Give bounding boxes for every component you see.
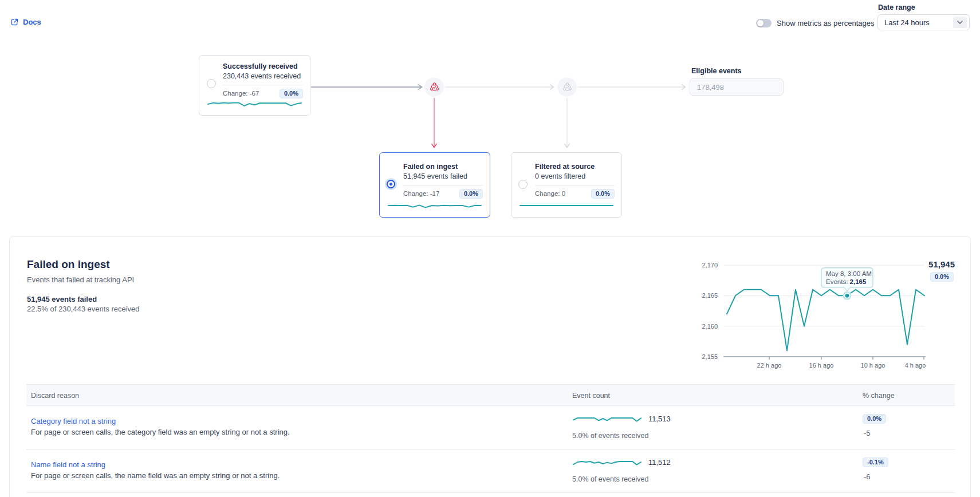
card-failed-on-ingest[interactable]: Failed on ingest 51,945 events failed Ch… — [379, 152, 490, 218]
row-sparkline — [572, 413, 642, 424]
table-row-partial — [26, 493, 955, 497]
card-subtitle: 51,945 events failed — [403, 172, 483, 182]
change-label: Change: 0 — [535, 190, 565, 197]
svg-text:22 h ago: 22 h ago — [757, 362, 782, 369]
pct-change-badge: -0.1% — [863, 457, 888, 467]
svg-text:16 h ago: 16 h ago — [809, 362, 834, 369]
ingest-validation-node — [424, 77, 444, 97]
change-label: Change: -67 — [223, 90, 259, 97]
svg-text:Events: 2,165: Events: 2,165 — [826, 278, 867, 285]
row-sparkline — [572, 457, 642, 467]
discard-reason-description: For page or screen calls, the name field… — [31, 471, 280, 480]
discard-reasons-table: Discard reason Event count % change Cate… — [26, 384, 955, 497]
event-delivery-dashboard: Docs Show metrics as percentages Date ra… — [0, 0, 980, 497]
card-subtitle: 0 events filtered — [535, 172, 615, 182]
panel-subtitle: Events that failed at tracking API — [27, 275, 134, 284]
divider — [535, 185, 615, 186]
change-label: Change: -17 — [403, 190, 439, 197]
change-pct-badge: 0.0% — [459, 189, 483, 199]
change-pct-badge: 0.0% — [280, 89, 303, 98]
filtered-sparkline — [519, 200, 614, 211]
source-filter-icon — [562, 82, 573, 93]
card-title: Failed on ingest — [403, 162, 483, 172]
chart-total-pct-badge: 0.0% — [930, 272, 954, 282]
received-sparkline — [207, 98, 302, 109]
svg-text:4 h ago: 4 h ago — [905, 362, 926, 369]
failed-percent-stat: 22.5% of 230,443 events received — [27, 305, 140, 313]
failed-events-chart[interactable]: 2,1702,1652,1602,15522 h ago16 h ago10 h… — [691, 255, 957, 373]
svg-text:2,155: 2,155 — [702, 353, 718, 360]
failed-on-ingest-panel: Failed on ingest Events that failed at t… — [9, 236, 971, 497]
change-absolute: -6 — [864, 472, 871, 481]
card-title: Filtered at source — [535, 162, 615, 172]
panel-title: Failed on ingest — [27, 258, 110, 271]
eligible-events-value: 178,498 — [697, 83, 724, 92]
pct-change-badge: 0.0% — [863, 414, 886, 424]
svg-text:May 8, 3:00 AM: May 8, 3:00 AM — [826, 270, 872, 277]
card-subtitle: 230,443 events received — [223, 72, 303, 81]
source-filter-node — [557, 77, 577, 97]
table-row: Name field not a string For page or scre… — [26, 449, 955, 493]
discard-reason-link[interactable]: Name field not a string — [31, 460, 105, 469]
column-pct-change: % change — [863, 385, 895, 407]
radio-filtered-at-source[interactable] — [518, 180, 528, 189]
svg-text:2,170: 2,170 — [702, 262, 718, 269]
event-count-note: 5.0% of events received — [572, 432, 648, 440]
divider — [403, 185, 483, 186]
ingest-failed-icon — [429, 82, 440, 93]
table-header: Discard reason Event count % change — [26, 384, 955, 406]
eligible-events-label: Eligible events — [691, 67, 742, 75]
chart-total-value: 51,945 — [928, 259, 955, 269]
svg-text:2,165: 2,165 — [702, 292, 718, 299]
column-discard-reason: Discard reason — [31, 385, 79, 407]
svg-text:10 h ago: 10 h ago — [861, 362, 885, 369]
column-event-count: Event count — [572, 385, 610, 407]
discard-reason-description: For page or screen calls, the category f… — [31, 428, 290, 436]
card-successfully-received[interactable]: Successfully received 230,443 events rec… — [199, 55, 310, 116]
event-count-note: 5.0% of events received — [572, 475, 648, 483]
card-title: Successfully received — [223, 62, 303, 72]
eligible-events-box: 178,498 — [690, 78, 784, 96]
change-absolute: -5 — [864, 429, 871, 437]
radio-successfully-received[interactable] — [207, 79, 216, 88]
discard-reason-link[interactable]: Category field not a string — [31, 417, 116, 425]
change-pct-badge: 0.0% — [591, 189, 615, 199]
card-filtered-at-source[interactable]: Filtered at source 0 events filtered Cha… — [511, 152, 622, 218]
failed-count-stat: 51,945 events failed — [27, 295, 97, 303]
svg-text:2,160: 2,160 — [702, 323, 718, 330]
table-row: Category field not a string For page or … — [26, 406, 955, 449]
failed-sparkline — [387, 200, 482, 211]
divider — [223, 85, 303, 85]
radio-failed-on-ingest[interactable] — [385, 178, 397, 190]
event-count-value: 11,512 — [648, 458, 671, 467]
event-count-value: 11,513 — [648, 415, 671, 423]
